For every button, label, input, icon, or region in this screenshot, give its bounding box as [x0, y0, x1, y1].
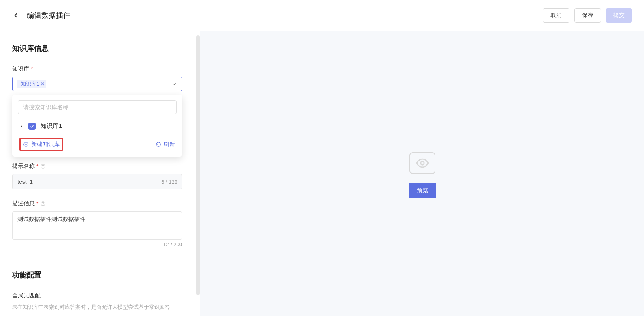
name-input[interactable]: test_1 [12, 174, 182, 189]
preview-placeholder [409, 152, 435, 174]
svg-point-8 [420, 161, 424, 165]
submit-button[interactable]: 提交 [606, 8, 632, 23]
preview-button[interactable]: 预览 [409, 183, 436, 198]
name-label: 提示名称 [12, 163, 35, 170]
section-kb-info: 知识库信息 [12, 43, 188, 53]
required-marker: * [36, 200, 38, 207]
kb-dropdown: 知识库1 新建知识库 刷新 [12, 95, 182, 157]
svg-marker-0 [21, 125, 22, 127]
section-func-config: 功能配置 [12, 270, 188, 280]
caret-right-icon [19, 124, 23, 128]
svg-point-5 [43, 168, 43, 168]
desc-char-count: 12 / 200 [12, 241, 182, 247]
check-icon [30, 124, 34, 129]
checkbox-checked[interactable] [28, 123, 36, 130]
kb-label: 知识库 [12, 65, 29, 73]
kb-select[interactable]: 知识库1 ✕ [12, 77, 182, 91]
global-nomatch-label: 全局无匹配 [12, 292, 41, 299]
plus-circle-icon [23, 142, 29, 147]
save-button[interactable]: 保存 [574, 8, 601, 23]
desc-label: 描述信息 [12, 200, 35, 207]
global-nomatch-help: 未在知识库中检索到对应答案时，是否允许大模型尝试基于常识回答 [12, 303, 188, 311]
create-kb-label: 新建知识库 [31, 141, 60, 148]
chevron-down-icon [171, 81, 177, 87]
page-title: 编辑数据插件 [27, 11, 70, 20]
help-icon[interactable] [40, 201, 46, 206]
cancel-button[interactable]: 取消 [543, 8, 569, 23]
refresh-link[interactable]: 刷新 [156, 141, 175, 148]
help-icon[interactable] [40, 163, 46, 169]
back-icon[interactable] [12, 12, 19, 19]
refresh-label: 刷新 [164, 141, 175, 148]
desc-textarea[interactable]: 测试数据插件测试数据插件 [12, 211, 182, 240]
kb-selected-tag[interactable]: 知识库1 ✕ [17, 80, 46, 88]
tag-remove-icon[interactable]: ✕ [41, 81, 45, 87]
required-marker: * [31, 66, 33, 72]
highlight-annotation: 新建知识库 [19, 138, 63, 151]
name-char-count: 6 / 128 [161, 179, 177, 185]
svg-point-7 [43, 205, 43, 205]
refresh-icon [156, 142, 161, 147]
scrollbar[interactable] [196, 35, 200, 295]
kb-option-item[interactable]: 知识库1 [18, 120, 177, 132]
eye-icon [416, 156, 429, 170]
kb-option-label: 知识库1 [41, 122, 62, 130]
required-marker: * [36, 163, 38, 170]
create-kb-link[interactable]: 新建知识库 [23, 141, 60, 148]
kb-search-input[interactable] [18, 100, 177, 114]
tag-label: 知识库1 [21, 80, 39, 88]
